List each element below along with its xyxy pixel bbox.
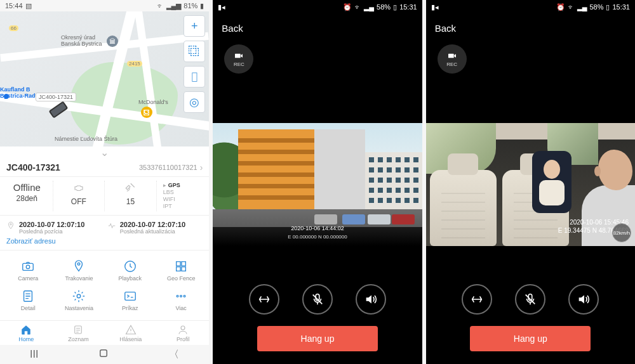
action-settings[interactable]: Nastavenia — [53, 285, 104, 315]
back-button[interactable]: Back — [426, 14, 635, 42]
poi-mcdonalds-icon[interactable]: ⛾ — [141, 107, 152, 118]
record-button[interactable]: REC — [438, 44, 467, 74]
stat-location-mode: ▸GPS LBS WIFI IPT — [157, 181, 208, 211]
wifi-icon: ᯤ — [568, 3, 575, 11]
map-add-button[interactable]: + — [184, 15, 205, 37]
action-detail[interactable]: Detail — [3, 285, 53, 315]
action-camera[interactable]: Camera — [3, 256, 53, 285]
last-update: 2020-10-07 12:07:10Posledná aktualizácia — [107, 221, 203, 235]
tab-list[interactable]: Zoznam — [52, 321, 104, 346]
wifi-icon: ᯤ — [157, 2, 164, 10]
battery-text: 58% — [589, 3, 603, 11]
status-bar: ▮◂ ⏰ ᯤ ▂▄ 58% ▯ 15:31 — [426, 0, 635, 14]
android-nav-bar: III 〈 — [0, 345, 209, 364]
svg-point-2 — [26, 265, 30, 269]
road-tag: 66 — [9, 25, 18, 31]
action-geofence[interactable]: Geo Fence — [156, 256, 206, 285]
battery-text: 58% — [377, 3, 391, 11]
switch-camera-button[interactable] — [249, 284, 279, 315]
device-name: JC400-17321 — [6, 162, 60, 172]
svg-point-10 — [184, 295, 185, 297]
last-position: 2020-10-07 12:07:10Posledná pozícia — [6, 221, 102, 235]
map-layers-button[interactable]: ⿻ — [184, 41, 205, 62]
hang-up-button[interactable]: Hang up — [257, 326, 378, 351]
alarm-icon: ⏰ — [343, 3, 352, 11]
status-photo-icon: ▧ — [25, 2, 32, 10]
action-grid: Camera Trakovanie Playback Geo Fence Det… — [0, 250, 209, 320]
svg-point-0 — [10, 223, 11, 224]
status-time: 15:44 — [5, 2, 23, 10]
action-command[interactable]: Príkaz — [105, 285, 156, 315]
tab-home[interactable]: Home — [0, 321, 52, 346]
camcorder-icon — [447, 51, 457, 61]
map-toolbar: + ⿻ ⌷ ◎ — [184, 15, 205, 113]
status-time: 15:31 — [399, 3, 417, 11]
home-button[interactable] — [98, 348, 109, 361]
record-button[interactable]: REC — [224, 44, 253, 74]
battery-icon: ▯ — [393, 3, 397, 11]
panel-collapse-handle[interactable]: ⌄ — [0, 146, 209, 159]
speaker-button[interactable] — [356, 284, 386, 315]
mic-mute-button[interactable] — [515, 284, 545, 315]
signal-icon: ▂▄ — [577, 3, 587, 11]
svg-rect-7 — [125, 292, 136, 300]
status-time: 15:31 — [612, 3, 630, 11]
video-feed-cabin[interactable]: 2020-10-06 15:45:46 E 19.34475 N 48.7646… — [426, 123, 635, 246]
alarm-icon: ⏰ — [556, 3, 565, 11]
show-address-link[interactable]: Zobraziť adresu — [0, 237, 209, 250]
battery-icon: ▯ — [606, 3, 610, 11]
camcorder-icon — [234, 51, 244, 61]
map-locate-button[interactable]: ◎ — [184, 91, 205, 113]
svg-point-6 — [77, 294, 81, 298]
status-bar: 15:44 ▧ ᯤ ▂▄▆ 81% ▮ — [0, 0, 209, 11]
chevron-right-icon: › — [200, 162, 203, 172]
device-imei: 353376110017321 — [139, 164, 197, 171]
stat-satellites: 15 — [105, 181, 157, 211]
poi-mcdonalds-label: McDonald's — [138, 99, 168, 105]
live-cabin-camera-screen: ▮◂ ⏰ ᯤ ▂▄ 58% ▯ 15:31 Back REC 2020-10-0… — [426, 0, 635, 364]
video-overlay-text: 2020-10-06 14:44:02 E 00.000000 N 00.000… — [213, 224, 422, 241]
device-header-row[interactable]: JC400-17321 353376110017321 › — [0, 159, 209, 177]
live-front-camera-screen: ▮◂ ⏰ ᯤ ▂▄ 58% ▯ 15:31 Back REC 2020-10-0… — [213, 0, 422, 364]
tracker-app-screen: 15:44 ▧ ᯤ ▂▄▆ 81% ▮ 66 2415 🏛 Okresný úr… — [0, 0, 209, 364]
camera-icon: ▮◂ — [218, 3, 225, 11]
switch-camera-button[interactable] — [462, 284, 492, 315]
hang-up-button[interactable]: Hang up — [470, 326, 591, 351]
stat-acc: OFF — [53, 181, 105, 211]
battery-icon: ▮ — [200, 2, 204, 10]
recents-button[interactable]: III — [30, 349, 38, 360]
pulse-icon — [107, 221, 116, 230]
device-stats: Offline 28deň OFF 15 ▸GPS LBS WIFI IPT — [0, 177, 209, 216]
mic-mute-button[interactable] — [302, 284, 333, 315]
back-button[interactable]: Back — [213, 14, 422, 42]
video-feed-front[interactable]: 2020-10-06 14:44:02 E 00.000000 N 00.000… — [213, 123, 422, 246]
pin-icon — [6, 221, 15, 230]
camera-icon: ▮◂ — [431, 3, 439, 11]
svg-rect-1 — [23, 263, 34, 270]
action-more[interactable]: Viac — [156, 285, 206, 315]
action-playback[interactable]: Playback — [105, 256, 156, 285]
poi-office-icon[interactable]: 🏛 — [107, 36, 118, 47]
action-tracking[interactable]: Trakovanie — [53, 256, 104, 285]
poi-office-label: Okresný úrad Banská Bystrica — [61, 34, 102, 47]
device-marker-label[interactable]: JC400-17321 — [36, 93, 76, 101]
speaker-button[interactable] — [568, 284, 599, 315]
bottom-tabs: Home Zoznam Hlásenia Profil — [0, 320, 209, 346]
svg-point-9 — [180, 295, 182, 297]
svg-point-8 — [177, 295, 178, 297]
street-label: Námestie Ľudovíta Štúra — [55, 136, 117, 142]
svg-rect-13 — [100, 350, 107, 357]
signal-icon: ▂▄ — [364, 3, 374, 11]
svg-point-3 — [78, 263, 81, 265]
tab-profile[interactable]: Profil — [157, 321, 209, 346]
tab-alerts[interactable]: Hlásenia — [105, 321, 157, 346]
call-controls — [213, 284, 422, 315]
map-type-button[interactable]: ⌷ — [184, 66, 205, 88]
signal-icon: ▂▄▆ — [166, 2, 182, 10]
call-controls — [426, 284, 635, 315]
satellite-icon — [124, 182, 136, 196]
status-bar: ▮◂ ⏰ ᯤ ▂▄ 58% ▯ 15:31 — [213, 0, 422, 14]
wifi-icon: ᯤ — [354, 3, 361, 11]
map-view[interactable]: 66 2415 🏛 Okresný úrad Banská Bystrica ⛾… — [0, 11, 209, 146]
back-button[interactable]: 〈 — [169, 348, 179, 361]
